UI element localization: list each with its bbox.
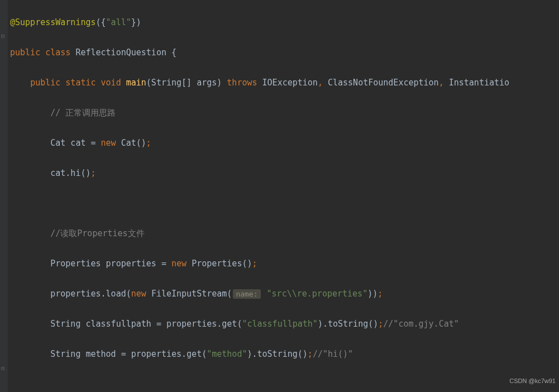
code-line[interactable]: String method = properties.get("method")… bbox=[8, 347, 559, 362]
parameter-hint: name: bbox=[233, 289, 260, 299]
code-line[interactable]: //读取Properties文件 bbox=[8, 226, 559, 241]
code-line[interactable]: public static void main(String[] args) t… bbox=[8, 75, 559, 90]
code-line[interactable]: @SuppressWarnings({"all"}) bbox=[8, 15, 559, 30]
editor-gutter: ⊟ ⊟ bbox=[0, 0, 8, 392]
code-editor[interactable]: @SuppressWarnings({"all"}) public class … bbox=[8, 0, 559, 392]
gutter-fold-icon[interactable]: ⊟ bbox=[1, 34, 7, 39]
code-line[interactable]: // 正常调用思路 bbox=[8, 106, 559, 121]
watermark: CSDN @kc7w91 bbox=[509, 374, 556, 389]
annotation: @SuppressWarnings bbox=[10, 17, 96, 27]
code-line[interactable] bbox=[8, 377, 559, 392]
code-line[interactable]: Cat cat = new Cat(); bbox=[8, 136, 559, 151]
code-line[interactable]: properties.load(new FileInputStream(name… bbox=[8, 286, 559, 302]
code-line[interactable]: cat.hi(); bbox=[8, 166, 559, 181]
code-line[interactable]: public class ReflectionQuestion { bbox=[8, 45, 559, 60]
code-line[interactable]: Properties properties = new Properties()… bbox=[8, 256, 559, 271]
code-line[interactable] bbox=[8, 196, 559, 211]
gutter-fold-icon[interactable]: ⊟ bbox=[1, 366, 7, 371]
code-line[interactable]: String classfullpath = properties.get("c… bbox=[8, 317, 559, 332]
